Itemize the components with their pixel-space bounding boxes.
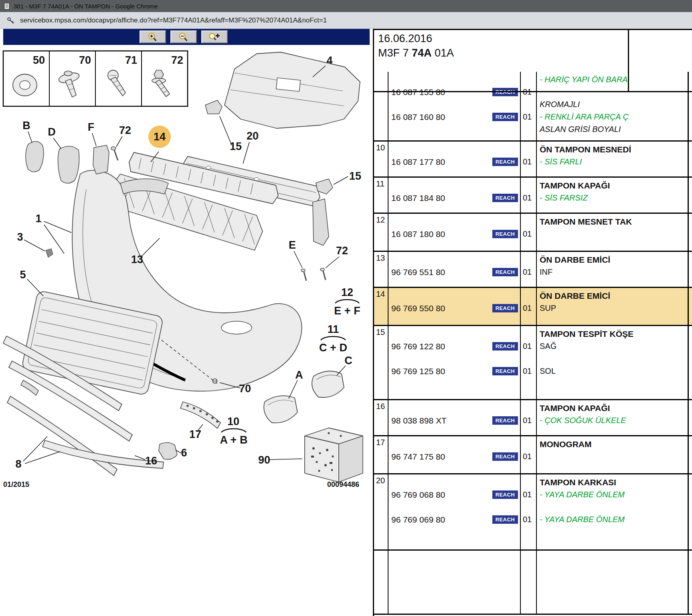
reach-badge[interactable]: REACH: [492, 304, 518, 312]
callout-12[interactable]: 12: [341, 286, 353, 298]
callout-C[interactable]: C: [344, 355, 352, 367]
part-title: TAMPON KAPAĞI: [540, 179, 688, 192]
reach-badge[interactable]: REACH: [492, 268, 518, 276]
callout-14[interactable]: 14: [154, 131, 166, 143]
callout-6[interactable]: 6: [181, 447, 187, 459]
screw-E: [301, 269, 306, 281]
document-icon: [4, 3, 10, 10]
qty-cell: 01: [521, 436, 537, 473]
main-content: 50 70 71 72: [0, 29, 692, 616]
reach-badge[interactable]: REACH: [492, 490, 518, 499]
callout-72-left[interactable]: 72: [119, 124, 131, 136]
callout-E[interactable]: E: [289, 239, 296, 251]
part-note: KROMAJLI: [540, 98, 688, 111]
callout-13[interactable]: 13: [131, 253, 143, 265]
quantity: 01: [523, 302, 536, 314]
reach-badge[interactable]: REACH: [492, 113, 518, 121]
qty-cell: 01: [521, 400, 537, 435]
screw-70: [213, 379, 217, 383]
quantity: 01: [523, 228, 536, 240]
quantity: 01: [523, 414, 536, 427]
table-row[interactable]: 20 96 769 068 80REACH 96 769 069 80REACH…: [374, 474, 692, 551]
callout-B[interactable]: B: [22, 120, 30, 132]
zoom-out-button[interactable]: [170, 30, 197, 43]
qty-cell: 01 01: [521, 72, 537, 140]
part-number: 16 087 184 80: [391, 193, 445, 203]
callout-15-right[interactable]: 15: [349, 170, 361, 182]
item-number: 13: [374, 252, 388, 287]
callout-90[interactable]: 90: [258, 454, 270, 466]
number-cell: 96 747 175 80REACH: [388, 436, 521, 473]
table-row[interactable]: 13 96 769 551 80REACH 01 ÖN DARBE EMİCİ …: [374, 252, 692, 288]
reach-badge[interactable]: REACH: [492, 515, 518, 524]
callout-15-left[interactable]: 15: [230, 140, 242, 152]
callout-8[interactable]: 8: [15, 458, 21, 470]
url-text[interactable]: servicebox.mpsa.com/docapvpr/affiche.do?…: [20, 16, 327, 24]
callout-14-highlighted[interactable]: 14: [148, 126, 171, 148]
table-row[interactable]: 16 98 038 898 XTREACH 01 TAMPON KAPAĞI -…: [374, 400, 692, 436]
diagram-date-code: 01/2015: [3, 480, 29, 488]
desc-cell: - HARİÇ YAPI ÖN BARA KROMAJLI - RENKLİ A…: [537, 72, 688, 140]
callout-group-AB: A + B: [220, 434, 248, 446]
reach-badge[interactable]: REACH: [492, 416, 518, 425]
reach-badge[interactable]: REACH: [492, 158, 518, 166]
table-row[interactable]: 17 96 747 175 80REACH 01 MONOGRAM: [374, 436, 692, 474]
callout-F[interactable]: F: [88, 121, 95, 133]
desc-cell: MONOGRAM: [537, 436, 688, 473]
callout-72-right[interactable]: 72: [336, 245, 348, 257]
reach-badge[interactable]: REACH: [492, 230, 518, 238]
part-note: ASLAN GRİSİ BOYALI: [540, 123, 688, 136]
quantity: 01: [523, 488, 536, 501]
number-cell: 16 087 180 80REACH: [388, 214, 521, 251]
parts-list-header: 16.06.2016 M3F 7 74A 01A: [374, 30, 692, 72]
reach-badge[interactable]: REACH: [492, 342, 518, 351]
callout-4[interactable]: 4: [326, 55, 332, 67]
callout-20[interactable]: 20: [247, 130, 259, 142]
table-row[interactable]: 11 16 087 184 80REACH 01 TAMPON KAPAĞI -…: [374, 178, 692, 214]
table-row[interactable]: 16 087 155 80REACH 16 087 160 80REACH 01…: [374, 72, 692, 142]
callout-D[interactable]: D: [48, 126, 56, 138]
callout-5[interactable]: 5: [20, 269, 26, 281]
part-title: TAMPON TESPİT KÖŞE: [540, 328, 688, 340]
reach-badge[interactable]: REACH: [492, 452, 518, 461]
part-number: 16 087 180 80: [391, 229, 445, 239]
part-note: - RENKLİ ARA PARÇA Ç: [540, 111, 688, 123]
qty-cell: 01: [521, 214, 537, 251]
callout-group-EF: E + F: [334, 305, 360, 317]
desc-cell: TAMPON MESNET TAK: [537, 214, 688, 251]
part-note: SUP: [540, 302, 688, 314]
callout-10[interactable]: 10: [227, 415, 239, 428]
table-row-selected[interactable]: 14 96 769 550 80REACH 01 ÖN DARBE EMİCİ …: [374, 288, 692, 326]
part-number: 16 087 177 80: [391, 157, 445, 167]
number-cell: 98 038 898 XTREACH: [388, 400, 521, 435]
part-note: - SİS FARLI: [540, 156, 688, 168]
callout-70[interactable]: 70: [239, 383, 251, 395]
reach-badge[interactable]: REACH: [492, 367, 518, 375]
desc-cell: TAMPON KAPAĞI - ÇOK SOĞUK ÜLKELE: [537, 400, 688, 435]
zoom-pan-button[interactable]: [201, 30, 228, 43]
number-cell: 96 769 122 80REACH 96 769 125 80REACH: [388, 326, 521, 399]
table-row[interactable]: 10 16 087 177 80REACH 01 ÖN TAMPON MESNE…: [374, 142, 692, 178]
callout-11[interactable]: 11: [328, 323, 339, 335]
callout-16[interactable]: 16: [145, 455, 157, 467]
table-row[interactable]: 12 16 087 180 80REACH 01 TAMPON MESNET T…: [374, 214, 692, 252]
qty-cell: 01: [521, 142, 537, 176]
callout-17[interactable]: 17: [189, 428, 201, 440]
callout-A[interactable]: A: [295, 369, 303, 381]
item-number: 20: [374, 474, 388, 549]
item-number: 15: [374, 326, 388, 399]
callout-3[interactable]: 3: [17, 231, 23, 243]
number-cell: 16 087 184 80REACH: [388, 178, 521, 213]
table-row[interactable]: 15 96 769 122 80REACH 96 769 125 80REACH…: [374, 326, 692, 400]
legend-label-50: 50: [33, 54, 45, 66]
reach-badge[interactable]: REACH: [492, 194, 518, 202]
part-title: MONOGRAM: [540, 438, 688, 450]
edge-cell: [688, 214, 692, 251]
number-cell: 96 769 550 80REACH: [388, 288, 521, 325]
desc-cell: ÖN DARBE EMİCİ INF: [537, 252, 688, 287]
exploded-parts: [3, 52, 363, 482]
desc-cell: TAMPON TESPİT KÖŞE SAĞ SOL: [537, 326, 688, 399]
zoom-in-button[interactable]: [140, 30, 166, 43]
callout-1[interactable]: 1: [35, 213, 41, 225]
address-bar[interactable]: servicebox.mpsa.com/docapvpr/affiche.do?…: [0, 12, 692, 29]
